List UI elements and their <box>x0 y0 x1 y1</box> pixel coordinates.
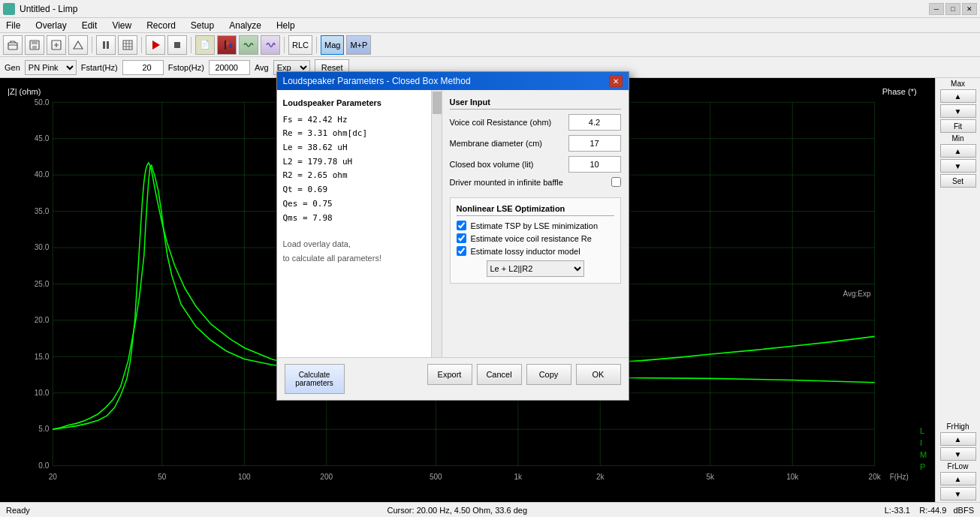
save-button[interactable] <box>25 35 44 55</box>
model-select[interactable]: Le + L2||R2 Le only Le + R2 Le + L2 <box>487 260 584 277</box>
cbv-input[interactable] <box>568 156 621 173</box>
dialog-close-button[interactable]: ✕ <box>609 75 623 87</box>
svg-text:20.0: 20.0 <box>35 316 50 324</box>
wave-button[interactable] <box>239 35 258 55</box>
max-down-button[interactable]: ▼ <box>940 104 976 118</box>
stop-button[interactable] <box>167 35 187 55</box>
pause-icon <box>101 40 111 50</box>
menu-record[interactable]: Record <box>143 19 179 32</box>
frhigh-down-button[interactable]: ▼ <box>940 447 976 461</box>
menu-overlay[interactable]: Overlay <box>32 19 69 32</box>
record-button[interactable] <box>146 35 165 55</box>
svg-text:F(Hz): F(Hz) <box>890 473 909 481</box>
dialog-left-panel: Loudspeaker Parameters Fs = 42.42 Hz Re … <box>277 90 442 357</box>
svg-rect-3 <box>32 46 37 49</box>
mp-button[interactable]: M+P <box>346 35 371 55</box>
svg-text:10.0: 10.0 <box>35 389 50 397</box>
toolbar-sep2 <box>141 37 142 53</box>
max-up-button[interactable]: ▲ <box>940 89 976 103</box>
dialog-right-panel: User Input Voice coil Resistance (ohm) M… <box>442 90 629 357</box>
menu-edit[interactable]: Edit <box>79 19 101 32</box>
wave-icon <box>243 40 254 50</box>
nlse1-row: Estimate TSP by LSE minimization <box>457 221 614 230</box>
menu-setup[interactable]: Setup <box>188 19 217 32</box>
mag-button[interactable]: Mag <box>321 35 344 55</box>
overlay-button[interactable] <box>68 35 88 55</box>
nlse1-checkbox[interactable] <box>457 221 466 230</box>
svg-text:M: M <box>920 449 927 458</box>
flag-button[interactable] <box>217 35 237 55</box>
vcr-input[interactable] <box>568 114 621 131</box>
baffle-label: Driver mounted in infinite baffle <box>450 178 607 187</box>
nlse2-checkbox[interactable] <box>457 233 466 243</box>
scrollbar[interactable] <box>431 90 442 357</box>
export-icon <box>51 40 62 50</box>
gen-select[interactable]: PN Pink PN White Sine Sweep <box>25 60 77 75</box>
fstart-input[interactable] <box>122 60 164 75</box>
svg-rect-0 <box>8 43 17 50</box>
nlse2-label: Estimate voice coil resistance Re <box>471 234 592 243</box>
frhigh-up-button[interactable]: ▲ <box>940 432 976 446</box>
svg-text:25.0: 25.0 <box>35 279 50 287</box>
vcr-row: Voice coil Resistance (ohm) <box>450 114 621 131</box>
svg-text:20: 20 <box>49 473 57 481</box>
export-button[interactable] <box>47 35 66 55</box>
rlc-button[interactable]: RLC <box>288 35 312 55</box>
menu-file[interactable]: File <box>3 19 23 32</box>
save-icon <box>29 40 40 50</box>
frlow-down-button[interactable]: ▼ <box>940 487 976 500</box>
level-text: L:-33.1 R:-44.9 dBFS <box>885 506 974 515</box>
nlse-section: Nonlinear LSE Optimization Estimate TSP … <box>450 197 621 284</box>
fit-button[interactable]: Fit <box>940 119 976 133</box>
min-down-button[interactable]: ▼ <box>940 159 976 173</box>
svg-text:500: 500 <box>430 473 442 481</box>
svg-text:2k: 2k <box>596 473 605 481</box>
frlow-up-button[interactable]: ▲ <box>940 472 976 485</box>
md-label: Membrane diameter (cm) <box>450 139 568 148</box>
statusbar: Ready Cursor: 20.00 Hz, 4.50 Ohm, 33.6 d… <box>0 502 980 517</box>
export-button[interactable]: Export <box>427 364 472 385</box>
svg-text:20k: 20k <box>869 473 882 481</box>
menu-help[interactable]: Help <box>273 19 298 32</box>
cursor-text: Cursor: 20.00 Hz, 4.50 Ohm, 33.6 deg <box>387 506 528 515</box>
baffle-checkbox[interactable] <box>611 177 621 187</box>
menu-analyze[interactable]: Analyze <box>226 19 264 32</box>
svg-text:50.0: 50.0 <box>35 98 50 106</box>
svg-text:5.0: 5.0 <box>38 425 49 433</box>
sine-button[interactable] <box>261 35 280 55</box>
min-up-button[interactable]: ▲ <box>940 144 976 158</box>
svg-rect-8 <box>123 41 132 50</box>
toolbar-sep5 <box>316 37 317 53</box>
table-button[interactable] <box>118 35 137 55</box>
menu-view[interactable]: View <box>109 19 134 32</box>
params-scroll[interactable]: Loudspeaker Parameters Fs = 42.42 Hz Re … <box>283 96 436 351</box>
avg-label: Avg <box>255 63 269 72</box>
open-button[interactable] <box>3 35 23 55</box>
open-icon <box>8 40 18 50</box>
set-button[interactable]: Set <box>940 174 976 188</box>
nlse1-label: Estimate TSP by LSE minimization <box>471 221 599 230</box>
cal-button[interactable]: 📄 <box>195 35 215 55</box>
sine-icon <box>265 40 276 50</box>
cancel-button[interactable]: Cancel <box>477 364 522 385</box>
fstop-input[interactable] <box>209 60 250 75</box>
svg-text:200: 200 <box>320 473 333 481</box>
scrollbar-thumb[interactable] <box>433 92 442 114</box>
nlse3-checkbox[interactable] <box>457 246 466 256</box>
close-button[interactable]: ✕ <box>962 3 977 15</box>
copy-button[interactable]: Copy <box>526 364 571 385</box>
svg-text:10k: 10k <box>786 473 799 481</box>
ok-button[interactable]: OK <box>576 364 621 385</box>
params-list: Fs = 42.42 Hz Re = 3.31 ohm[dc] Le = 38.… <box>283 113 436 226</box>
svg-rect-6 <box>103 41 105 49</box>
md-input[interactable] <box>568 135 621 152</box>
toolbar: 📄 RLC Mag M+P <box>0 33 980 57</box>
svg-rect-17 <box>229 44 232 48</box>
maximize-button[interactable]: □ <box>945 3 960 15</box>
calculate-button[interactable]: Calculate parameters <box>285 364 345 394</box>
minimize-button[interactable]: ─ <box>929 3 944 15</box>
pause-button[interactable] <box>96 35 116 55</box>
svg-text:30.0: 30.0 <box>35 243 50 251</box>
toolbar-sep3 <box>191 37 191 53</box>
nlse-label: Nonlinear LSE Optimization <box>457 204 614 216</box>
